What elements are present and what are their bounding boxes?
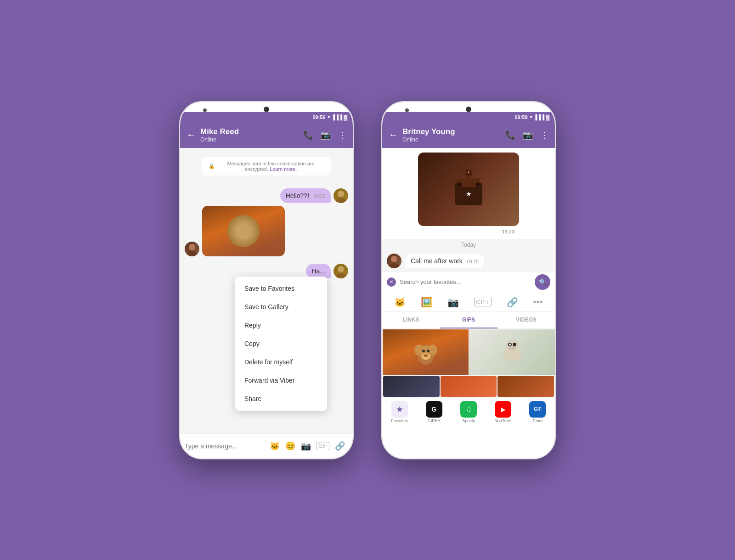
sticker-icon[interactable]: 😊	[285, 441, 295, 451]
message-input[interactable]	[185, 442, 265, 450]
encryption-notice: 🔒 Messages sent in this conversation are…	[202, 157, 331, 175]
food-image: ★	[418, 153, 519, 226]
svg-point-5	[338, 266, 344, 272]
app-giphy[interactable]: G GIPHY	[417, 401, 451, 423]
search-row: ✕ 🔍	[382, 272, 555, 293]
image-timestamp: 19:23	[502, 229, 514, 234]
app-tenor[interactable]: GIF Tenor	[520, 401, 555, 423]
wifi-icon-2: ▾	[530, 114, 532, 120]
gif-input-icon[interactable]: GIF	[317, 442, 329, 450]
gif-gecko-image	[469, 329, 555, 375]
svg-point-3	[189, 244, 195, 250]
more-options-icon[interactable]: ⋮	[338, 130, 346, 140]
contact-info-2: Britney Young Online	[402, 127, 501, 143]
learn-more-link[interactable]: Learn more.	[270, 166, 297, 172]
more-input-icon[interactable]: •••	[351, 441, 353, 451]
tab-videos[interactable]: VIDEOS	[498, 312, 555, 328]
svg-text:★: ★	[466, 190, 472, 198]
phone2-status-icons: ▾ ▐▐▐ ▓	[530, 114, 549, 120]
svg-point-12	[475, 182, 480, 187]
contact-name-2: Britney Young	[402, 127, 501, 136]
spotify-icon: ♫	[460, 401, 477, 418]
phone2-chat-area: ★ 19:23 Today Call me after work 09:20	[382, 148, 555, 426]
svg-point-1	[336, 198, 346, 203]
contact-info: Mike Reed Online	[200, 127, 299, 143]
tab-links[interactable]: LINKS	[382, 312, 440, 328]
chat-image-area: ★ 19:23	[382, 148, 555, 239]
list-item[interactable]	[441, 376, 497, 397]
phone2-header: ← Britney Young Online 📞 📷 ⋮	[382, 122, 555, 148]
svg-point-22	[427, 350, 430, 352]
app-label-spotify: Spotify	[462, 419, 475, 423]
svg-point-14	[391, 256, 397, 262]
context-menu-copy[interactable]: Copy	[235, 334, 327, 353]
gif-grid	[382, 329, 555, 375]
svg-point-2	[338, 191, 344, 197]
received-bubble: Call me after work 09:20	[405, 254, 484, 268]
svg-point-28	[509, 344, 511, 345]
wifi-icon: ▾	[328, 114, 330, 120]
favorites-icon: ★	[391, 401, 408, 418]
battery-icon-2: ▓	[546, 114, 549, 120]
camera-input-icon[interactable]: 📷	[301, 441, 311, 451]
video-call-icon[interactable]: 📷	[321, 130, 331, 140]
clear-search-button[interactable]: ✕	[387, 277, 396, 287]
table-row: Hello??! 09:55	[185, 188, 348, 203]
signal-icon: ▐▐▐	[332, 114, 342, 120]
table-row	[185, 206, 348, 256]
date-divider: Today	[382, 239, 555, 251]
favorites-panel: ✕ 🔍 🐱 🖼️ 📷 GIF+ 🔗 ••• LINKS GIFS	[382, 271, 555, 426]
table-row: Call me after work 09:20	[382, 251, 555, 271]
context-menu-forward[interactable]: Forward via Viber	[235, 371, 327, 390]
sticker-icon-2[interactable]: 🖼️	[421, 297, 432, 308]
search-button[interactable]: 🔍	[535, 274, 550, 290]
media-tabs: LINKS GIFS VIDEOS	[382, 312, 555, 329]
app-label-giphy: GIPHY	[428, 419, 441, 423]
bottom-app-bar: ★ Favorites G GIPHY ♫ Spoti	[382, 398, 555, 426]
phone2-time: 09:59	[514, 114, 527, 120]
avatar	[185, 242, 199, 256]
app-label-favorites: Favorites	[391, 419, 408, 423]
avatar-brit	[387, 254, 401, 268]
camera-icon-2[interactable]: 📷	[447, 297, 459, 308]
context-menu-save-gallery[interactable]: Save to Gallery	[235, 298, 327, 316]
phone1-chat-area: 🔒 Messages sent in this conversation are…	[180, 148, 353, 433]
phone2-status-bar: 09:59 ▾ ▐▐▐ ▓	[382, 112, 555, 122]
link-icon-2[interactable]: 🔗	[507, 297, 518, 308]
back-button-2[interactable]: ←	[389, 130, 398, 140]
more-options-icon-2[interactable]: ⋮	[540, 130, 548, 140]
back-button[interactable]: ←	[187, 130, 196, 140]
list-item[interactable]	[383, 376, 440, 397]
app-youtube[interactable]: ▶ YouTube	[486, 401, 520, 423]
context-menu-delete[interactable]: Delete for myself	[235, 353, 327, 371]
giphy-icon: G	[426, 401, 442, 418]
phone-call-icon-2[interactable]: 📞	[505, 130, 515, 140]
svg-point-4	[187, 251, 197, 256]
favorites-search-input[interactable]	[400, 278, 531, 285]
gif-icon[interactable]: GIF+	[474, 298, 491, 306]
list-item[interactable]	[469, 329, 555, 375]
more-media-icon[interactable]: •••	[533, 297, 543, 307]
tab-gifs[interactable]: GIFS	[440, 312, 497, 328]
thumbnail-row	[382, 375, 555, 398]
list-item[interactable]	[498, 376, 554, 397]
app-favorites[interactable]: ★ Favorites	[382, 401, 417, 423]
context-menu-reply[interactable]: Reply	[235, 316, 327, 334]
context-menu-save-favorites[interactable]: Save to Favorites	[235, 279, 327, 298]
camera-dot-2	[466, 107, 471, 112]
list-item[interactable]	[382, 329, 469, 375]
video-call-icon-2[interactable]: 📷	[523, 130, 533, 140]
app-spotify[interactable]: ♫ Spotify	[451, 401, 486, 423]
input-bar: 🐱 😊 📷 GIF 🔗 ••• ▶	[180, 433, 353, 458]
image-message	[202, 206, 285, 256]
contact-name: Mike Reed	[200, 127, 299, 136]
link-icon[interactable]: 🔗	[335, 441, 345, 451]
context-menu-share[interactable]: Share	[235, 390, 327, 408]
camera-dot	[264, 107, 269, 112]
face-icon[interactable]: 🐱	[394, 297, 406, 308]
phone-call-icon[interactable]: 📞	[303, 130, 313, 140]
svg-point-21	[422, 350, 425, 352]
input-icon-row: 🐱 😊 📷 GIF 🔗 •••	[270, 441, 353, 451]
signal-icon-2: ▐▐▐	[534, 114, 544, 120]
emoji-icon[interactable]: 🐱	[270, 441, 280, 451]
